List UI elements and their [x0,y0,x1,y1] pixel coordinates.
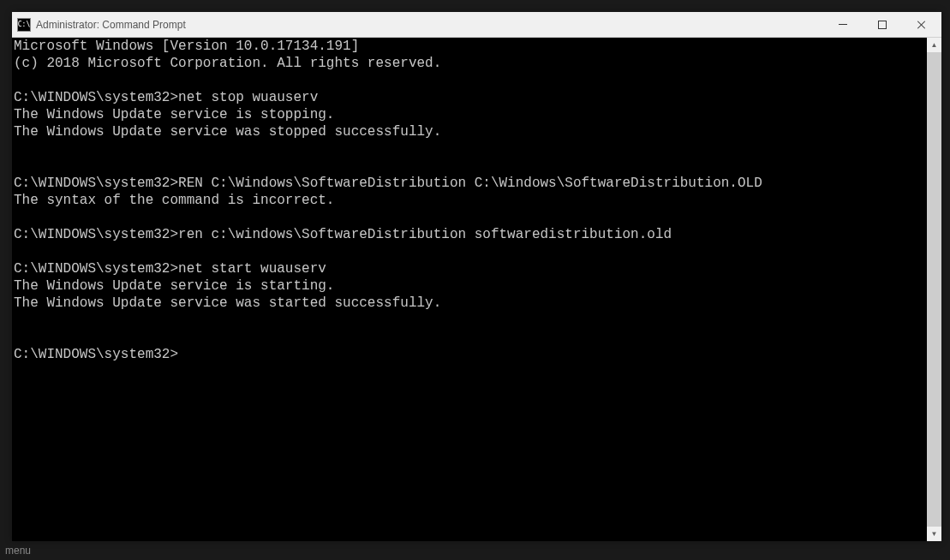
maximize-icon [878,21,887,29]
close-button[interactable] [902,12,941,37]
scroll-down-button[interactable]: ▼ [927,527,941,541]
maximize-button[interactable] [863,12,902,37]
titlebar[interactable]: C:\ Administrator: Command Prompt [12,12,941,38]
terminal-area: Microsoft Windows [Version 10.0.17134.19… [12,38,941,541]
minimize-icon [839,24,847,25]
window-controls [823,12,941,37]
chevron-down-icon: ▼ [931,530,938,538]
command-prompt-window: C:\ Administrator: Command Prompt Micros… [12,12,941,541]
scrollbar-thumb[interactable] [927,52,941,527]
minimize-button[interactable] [823,12,863,37]
scroll-up-button[interactable]: ▲ [927,38,941,52]
vertical-scrollbar[interactable]: ▲ ▼ [927,38,941,541]
chevron-up-icon: ▲ [931,41,938,49]
cmd-icon: C:\ [17,18,31,32]
background-fragment: menu [0,541,950,560]
terminal-output[interactable]: Microsoft Windows [Version 10.0.17134.19… [12,38,927,541]
close-icon [917,20,927,30]
window-title: Administrator: Command Prompt [36,19,823,31]
scrollbar-track[interactable] [927,52,941,527]
